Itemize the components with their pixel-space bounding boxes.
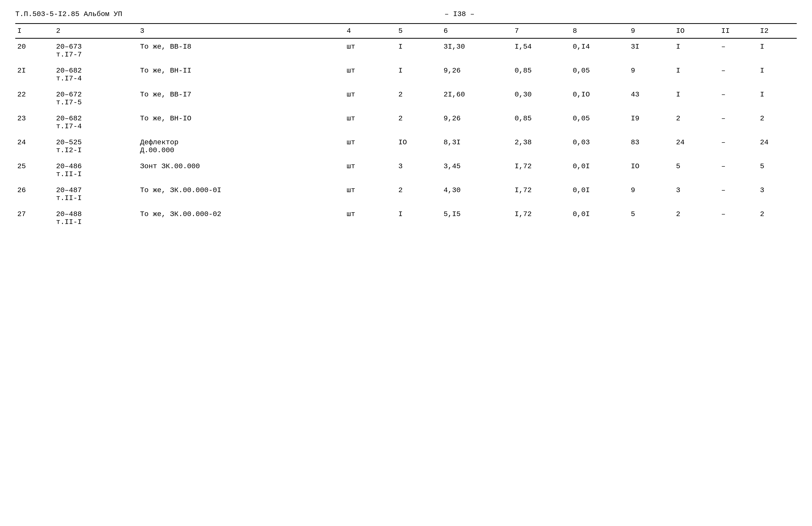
- cell-row1-col1: 2I: [15, 63, 54, 87]
- cell-row2-col4: шт: [345, 87, 396, 110]
- cell-row4-col6: 8,3I: [441, 134, 512, 158]
- table-row: 2I20–682т.I7-4То же, ВН-IIштI9,260,850,0…: [15, 63, 797, 87]
- cell-row0-col5: I: [396, 39, 441, 63]
- cell-row5-col5: 3: [396, 158, 441, 182]
- cell-row5-col12: 5: [758, 158, 797, 182]
- cell-row1-col8: 0,05: [570, 63, 629, 87]
- header-center: – I38 –: [122, 10, 797, 18]
- cell-row4-col2: 20–525т.I2-I: [54, 134, 138, 158]
- cell-row3-col11: –: [719, 110, 758, 134]
- table-row: 2020–673т.I7-7То же, ВВ-I8штI3I,30I,540,…: [15, 39, 797, 63]
- cell-row0-col11: –: [719, 39, 758, 63]
- cell-row6-col9: 9: [629, 182, 674, 206]
- cell-row3-col5: 2: [396, 110, 441, 134]
- cell-row5-col2: 20–486т.II-I: [54, 158, 138, 182]
- cell-row5-col1: 25: [15, 158, 54, 182]
- cell-row2-col7: 0,30: [512, 87, 570, 110]
- cell-row5-col7: I,72: [512, 158, 570, 182]
- cell-row2-col1: 22: [15, 87, 54, 110]
- col-header-7: 7: [512, 24, 570, 39]
- cell-row4-col1: 24: [15, 134, 54, 158]
- cell-row5-col8: 0,0I: [570, 158, 629, 182]
- cell-row3-col9: I9: [629, 110, 674, 134]
- cell-row3-col2: 20–682т.I7-4: [54, 110, 138, 134]
- cell-row0-col2: 20–673т.I7-7: [54, 39, 138, 63]
- cell-row3-col4: шт: [345, 110, 396, 134]
- cell-row7-col10: 2: [674, 206, 719, 230]
- cell-row1-col6: 9,26: [441, 63, 512, 87]
- table-row: 2720–488т.II-IТо же, ЗК.00.000-02штI5,I5…: [15, 206, 797, 230]
- cell-row1-col3: То же, ВН-II: [138, 63, 345, 87]
- cell-row6-col8: 0,0I: [570, 182, 629, 206]
- col-header-10: IO: [674, 24, 719, 39]
- cell-row1-col4: шт: [345, 63, 396, 87]
- cell-row1-col10: I: [674, 63, 719, 87]
- cell-row7-col5: I: [396, 206, 441, 230]
- cell-row2-col3: То же, ВВ-I7: [138, 87, 345, 110]
- cell-row4-col12: 24: [758, 134, 797, 158]
- table-container: I 2 3 4 5 6 7 8 9 IO II I2 2020–673т.I7-…: [15, 23, 797, 230]
- cell-row7-col12: 2: [758, 206, 797, 230]
- cell-row4-col9: 83: [629, 134, 674, 158]
- cell-row4-col3: ДефлекторД.00.000: [138, 134, 345, 158]
- cell-row7-col6: 5,I5: [441, 206, 512, 230]
- table-row: 2320–682т.I7-4То же, ВН-IOшт29,260,850,0…: [15, 110, 797, 134]
- cell-row1-col5: I: [396, 63, 441, 87]
- cell-row5-col10: 5: [674, 158, 719, 182]
- table-row: 2520–486т.II-IЗонт ЗК.00.000шт33,45I,720…: [15, 158, 797, 182]
- cell-row2-col9: 43: [629, 87, 674, 110]
- col-header-9: 9: [629, 24, 674, 39]
- col-header-11: II: [719, 24, 758, 39]
- cell-row2-col5: 2: [396, 87, 441, 110]
- column-header-row: I 2 3 4 5 6 7 8 9 IO II I2: [15, 24, 797, 39]
- cell-row1-col12: I: [758, 63, 797, 87]
- cell-row6-col11: –: [719, 182, 758, 206]
- cell-row0-col1: 20: [15, 39, 54, 63]
- col-header-6: 6: [441, 24, 512, 39]
- cell-row6-col6: 4,30: [441, 182, 512, 206]
- cell-row0-col8: 0,I4: [570, 39, 629, 63]
- col-header-2: 2: [54, 24, 138, 39]
- header-left: Т.П.503-5-I2.85 Альбом УП: [15, 10, 122, 18]
- cell-row4-col10: 24: [674, 134, 719, 158]
- main-table: I 2 3 4 5 6 7 8 9 IO II I2 2020–673т.I7-…: [15, 23, 797, 230]
- cell-row2-col8: 0,IO: [570, 87, 629, 110]
- cell-row2-col12: I: [758, 87, 797, 110]
- cell-row7-col11: –: [719, 206, 758, 230]
- table-row: 2220–672т.I7-5То же, ВВ-I7шт22I,600,300,…: [15, 87, 797, 110]
- cell-row7-col2: 20–488т.II-I: [54, 206, 138, 230]
- cell-row6-col10: 3: [674, 182, 719, 206]
- cell-row7-col9: 5: [629, 206, 674, 230]
- cell-row5-col4: шт: [345, 158, 396, 182]
- cell-row7-col3: То же, ЗК.00.000-02: [138, 206, 345, 230]
- cell-row1-col11: –: [719, 63, 758, 87]
- table-row: 2420–525т.I2-IДефлекторД.00.000штIO8,3I2…: [15, 134, 797, 158]
- cell-row5-col9: IO: [629, 158, 674, 182]
- cell-row6-col1: 26: [15, 182, 54, 206]
- cell-row0-col10: I: [674, 39, 719, 63]
- cell-row5-col6: 3,45: [441, 158, 512, 182]
- page-header: Т.П.503-5-I2.85 Альбом УП – I38 –: [15, 10, 797, 18]
- col-header-5: 5: [396, 24, 441, 39]
- cell-row2-col6: 2I,60: [441, 87, 512, 110]
- cell-row6-col4: шт: [345, 182, 396, 206]
- cell-row0-col3: То же, ВВ-I8: [138, 39, 345, 63]
- cell-row6-col3: То же, ЗК.00.000-0I: [138, 182, 345, 206]
- cell-row4-col8: 0,03: [570, 134, 629, 158]
- col-header-12: I2: [758, 24, 797, 39]
- cell-row5-col3: Зонт ЗК.00.000: [138, 158, 345, 182]
- col-header-1: I: [15, 24, 54, 39]
- cell-row6-col5: 2: [396, 182, 441, 206]
- cell-row6-col12: 3: [758, 182, 797, 206]
- cell-row0-col9: 3I: [629, 39, 674, 63]
- cell-row3-col3: То же, ВН-IO: [138, 110, 345, 134]
- cell-row2-col2: 20–672т.I7-5: [54, 87, 138, 110]
- cell-row6-col7: I,72: [512, 182, 570, 206]
- col-header-3: 3: [138, 24, 345, 39]
- cell-row3-col8: 0,05: [570, 110, 629, 134]
- cell-row5-col11: –: [719, 158, 758, 182]
- cell-row0-col6: 3I,30: [441, 39, 512, 63]
- cell-row7-col8: 0,0I: [570, 206, 629, 230]
- cell-row0-col12: I: [758, 39, 797, 63]
- table-row: 2620–487т.II-IТо же, ЗК.00.000-0Iшт24,30…: [15, 182, 797, 206]
